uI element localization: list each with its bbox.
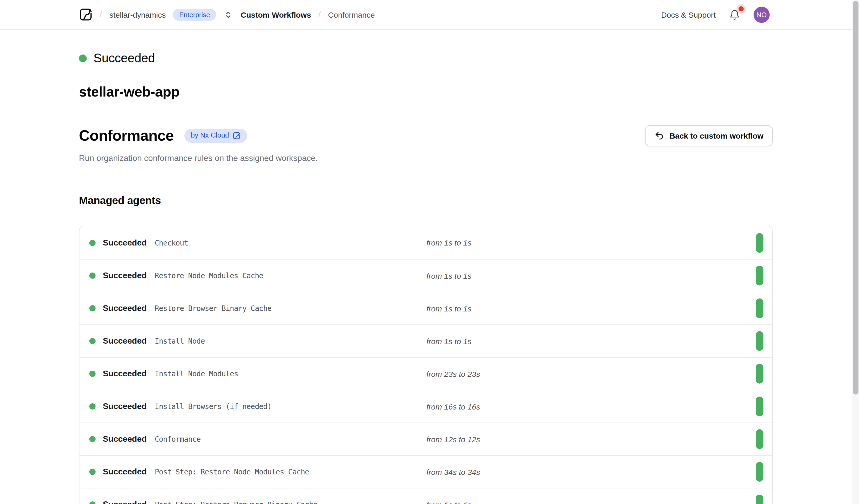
agent-status-label: Succeeded xyxy=(103,402,155,411)
agent-status-label: Succeeded xyxy=(103,336,155,346)
back-button-label: Back to custom workflow xyxy=(669,131,764,140)
agent-row[interactable]: Succeeded Post Step: Restore Browser Bin… xyxy=(79,488,772,504)
agent-status-dot-icon xyxy=(89,273,95,279)
undo-arrow-icon xyxy=(654,131,664,141)
duration-bar xyxy=(756,462,764,482)
top-nav: / stellar-dynamics Enterprise Custom Wor… xyxy=(0,0,859,30)
agent-row[interactable]: Succeeded Install Browsers (if needed) f… xyxy=(79,390,772,423)
agent-duration-label: from 1s to 1s xyxy=(426,500,756,504)
agent-step-name: Restore Browser Binary Cache xyxy=(155,304,426,312)
agent-status-dot-icon xyxy=(89,436,95,442)
agent-step-name: Install Node xyxy=(155,337,426,345)
scrollbar-track xyxy=(852,0,859,504)
agent-status-label: Succeeded xyxy=(103,304,155,313)
agent-step-name: Post Step: Restore Browser Binary Cache xyxy=(155,500,426,504)
agent-duration-label: from 34s to 34s xyxy=(426,468,756,476)
agent-status-label: Succeeded xyxy=(103,369,155,378)
breadcrumb-separator: / xyxy=(318,9,321,20)
agent-step-name: Restore Node Modules Cache xyxy=(155,272,426,280)
agent-status-label: Succeeded xyxy=(103,434,155,444)
main-content: Succeeded stellar-web-app Conformance by… xyxy=(0,51,859,504)
agent-row[interactable]: Succeeded Restore Browser Binary Cache f… xyxy=(79,292,772,324)
by-nx-cloud-badge[interactable]: by Nx Cloud xyxy=(184,129,247,142)
plan-badge: Enterprise xyxy=(173,9,216,20)
duration-bar xyxy=(756,266,764,286)
nx-cloud-icon xyxy=(233,132,240,140)
user-avatar[interactable]: NO xyxy=(754,6,770,22)
chevrons-up-down-icon xyxy=(225,11,232,18)
workflow-header: Conformance by Nx Cloud Back to custom w… xyxy=(79,125,773,147)
run-status-label: Succeeded xyxy=(93,51,155,65)
agent-duration-label: from 1s to 1s xyxy=(426,337,756,346)
app-window: / stellar-dynamics Enterprise Custom Wor… xyxy=(0,0,859,504)
agent-step-name: Post Step: Restore Node Modules Cache xyxy=(155,468,426,476)
breadcrumb-page[interactable]: Conformance xyxy=(328,10,375,19)
agent-row[interactable]: Succeeded Restore Node Modules Cache fro… xyxy=(79,259,772,292)
managed-agents-heading: Managed agents xyxy=(79,194,773,207)
back-to-workflow-button[interactable]: Back to custom workflow xyxy=(645,125,773,147)
agent-duration-label: from 1s to 1s xyxy=(426,271,756,280)
duration-bar xyxy=(756,331,764,351)
duration-bar xyxy=(756,364,764,384)
duration-bar xyxy=(756,495,764,504)
workflow-title: Conformance xyxy=(79,127,174,144)
duration-bar xyxy=(756,397,764,416)
workspace-switcher-button[interactable] xyxy=(224,10,233,19)
status-dot-icon xyxy=(79,54,87,62)
agent-row[interactable]: Succeeded Install Node from 1s to 1s xyxy=(79,324,772,357)
duration-bar xyxy=(756,429,764,449)
agents-list: Succeeded Checkout from 1s to 1s Succeed… xyxy=(79,226,773,504)
agent-duration-label: from 12s to 12s xyxy=(426,435,756,444)
breadcrumb-org[interactable]: stellar-dynamics xyxy=(109,10,166,19)
agent-duration-label: from 16s to 16s xyxy=(426,402,756,411)
agent-step-name: Checkout xyxy=(155,239,426,247)
agent-duration-label: from 1s to 1s xyxy=(426,304,756,313)
scrollbar-thumb[interactable] xyxy=(853,1,858,395)
agent-step-name: Install Browsers (if needed) xyxy=(155,402,426,411)
breadcrumb-section[interactable]: Custom Workflows xyxy=(241,10,311,19)
agent-step-name: Install Node Modules xyxy=(155,369,426,378)
agent-duration-label: from 1s to 1s xyxy=(426,238,756,247)
agent-status-dot-icon xyxy=(89,501,95,504)
agent-row[interactable]: Succeeded Install Node Modules from 23s … xyxy=(79,357,772,390)
agent-duration-label: from 23s to 23s xyxy=(426,369,756,378)
duration-bar xyxy=(756,233,764,253)
agent-step-name: Conformance xyxy=(155,435,426,443)
docs-support-link[interactable]: Docs & Support xyxy=(661,10,715,19)
workflow-description: Run organization conformance rules on th… xyxy=(79,154,773,163)
agent-status-dot-icon xyxy=(89,469,95,475)
run-status: Succeeded xyxy=(79,51,773,65)
breadcrumb-separator: / xyxy=(100,9,102,20)
agent-status-dot-icon xyxy=(89,240,95,246)
workspace-title: stellar-web-app xyxy=(79,84,773,100)
nx-cloud-logo-icon[interactable] xyxy=(79,8,92,21)
nav-actions: Docs & Support NO xyxy=(661,6,770,22)
breadcrumb: / stellar-dynamics Enterprise Custom Wor… xyxy=(79,8,375,21)
agent-row[interactable]: Succeeded Checkout from 1s to 1s xyxy=(79,226,772,259)
agent-row[interactable]: Succeeded Conformance from 12s to 12s xyxy=(79,423,772,455)
agent-status-label: Succeeded xyxy=(103,238,155,247)
byline-label: by Nx Cloud xyxy=(191,132,229,140)
bell-icon xyxy=(729,9,740,20)
agent-status-dot-icon xyxy=(89,338,95,344)
agent-status-dot-icon xyxy=(89,403,95,410)
notifications-button[interactable] xyxy=(728,8,741,21)
notification-dot xyxy=(739,6,744,11)
agent-status-dot-icon xyxy=(89,305,95,311)
agent-row[interactable]: Succeeded Post Step: Restore Node Module… xyxy=(79,455,772,488)
duration-bar xyxy=(756,299,764,318)
agent-status-label: Succeeded xyxy=(103,467,155,476)
agent-status-dot-icon xyxy=(89,371,95,377)
agent-status-label: Succeeded xyxy=(103,500,155,504)
agent-status-label: Succeeded xyxy=(103,271,155,280)
